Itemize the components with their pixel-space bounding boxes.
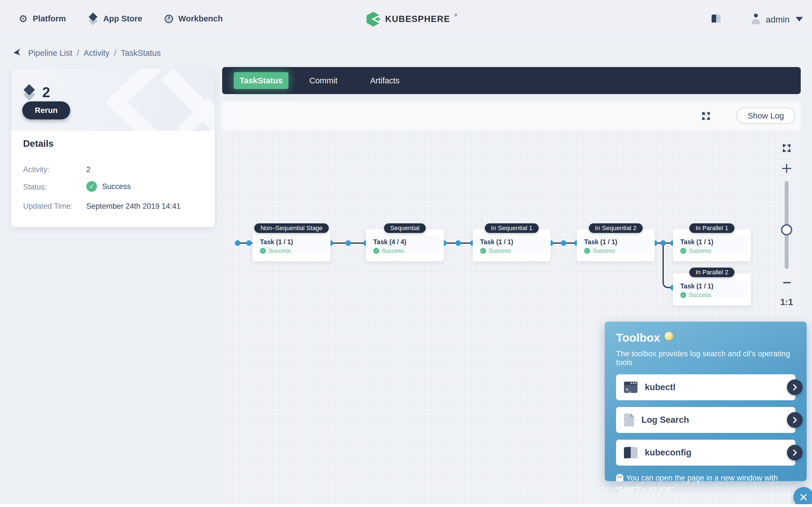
document-icon [624,413,634,427]
tool-label: kubectl [645,382,675,392]
user-avatar-icon[interactable] [751,13,761,24]
detail-row-status: Status: Success [11,182,215,194]
lightbulb-icon [665,332,673,344]
task-status-label: Success [593,247,615,254]
zoom-slider-handle[interactable] [781,224,792,235]
pipeline-stage: In Sequential 1 Task (1 / 1) Success [473,229,551,262]
stage-name-badge[interactable]: Non–Sequential Stage [254,223,329,233]
task-status-row: Success [373,247,437,254]
tab-artifacts[interactable]: Artifacts [357,67,413,94]
success-check-icon [680,292,686,298]
chevron-down-icon[interactable] [796,17,803,21]
nav-item-workbench[interactable]: Workbench [165,14,222,23]
fullscreen-icon[interactable] [702,112,710,120]
kubesphere-logo-mark [366,11,380,27]
top-nav-bar: ⚙ Platform App Store Workbench KUBESPHER… [0,0,812,38]
task-count-label: Task (1 / 1) [680,238,744,246]
zoom-ratio-label[interactable]: 1:1 [778,297,795,307]
stage-name-badge[interactable]: In Sequential 2 [589,223,643,233]
rerun-button[interactable]: Rerun [22,101,70,119]
breadcrumb: Pipeline List / Activity / TaskStatus [0,42,282,65]
ghost-icon [616,474,623,482]
zoom-in-button[interactable] [782,164,791,173]
toolbox-title: Toolbox [616,331,660,344]
app-store-icon [89,13,98,24]
detail-label: Status: [23,183,47,191]
nav-item-app-store[interactable]: App Store [89,13,142,24]
gear-icon: ⚙ [18,14,28,24]
success-check-icon [260,248,266,254]
stage-name-badge[interactable]: In Sequential 1 [485,223,539,233]
bottom-edge-strip [0,504,812,507]
toolbox-tool-kubectl[interactable]: >_ kubectl [616,374,795,400]
stage-task-card[interactable]: Task (1 / 1) Success [676,236,748,253]
pipeline-stage: In Sequential 2 Task (1 / 1) Success [577,229,655,262]
terminal-icon: >_ [624,382,638,393]
stage-task-card[interactable]: Task (1 / 1) Success [476,236,547,253]
activity-detail-card: 2 Rerun Details Activity: 2 Status: Succ… [11,68,215,227]
task-count-label: Task (1 / 1) [480,238,543,246]
toolbox-tools-list: >_ kubectl Log Search kubeconfig [616,374,795,466]
nav-label: Platform [33,14,66,23]
success-check-icon [373,248,379,254]
detail-label: Updated Time: [23,202,73,211]
graph-toolbar: Show Log [222,101,801,130]
kubesphere-logo[interactable]: KUBESPHERE ® [366,11,457,27]
stage-name-badge[interactable]: Sequential [384,223,426,233]
chevron-right-icon[interactable] [787,412,803,428]
primary-nav: ⚙ Platform App Store Workbench [18,0,223,38]
success-check-icon [86,181,97,192]
zoom-out-button[interactable] [783,282,791,283]
breadcrumb-taskstatus: TaskStatus [121,48,161,58]
chevron-right-icon[interactable] [787,445,803,460]
stage-task-card[interactable]: Task (1 / 1) Success [580,236,651,253]
task-status-label: Success [382,247,404,254]
toolbox-tool-kubeconfig[interactable]: kubeconfig [616,440,795,466]
stage-task-card[interactable]: Task (1 / 1) Success [676,280,748,298]
breadcrumb-separator: / [114,48,116,58]
task-status-label: Success [689,247,711,254]
stage-name-badge[interactable]: In Parallel 2 [689,268,734,277]
nav-label: App Store [103,14,142,23]
stage-task-card[interactable]: Task (4 / 4) Success [369,236,441,253]
pipeline-stage: Sequential Task (4 / 4) Success [366,229,444,262]
task-count-label: Task (4 / 4) [373,238,437,246]
detail-row-updated-time: Updated Time: September 24th 2019 14:41 [11,201,215,213]
nav-item-platform[interactable]: ⚙ Platform [18,14,66,24]
details-heading: Details [23,138,54,149]
nav-label: Workbench [178,14,222,23]
task-status-row: Success [680,291,744,298]
back-arrow-icon[interactable] [12,47,22,57]
breadcrumb-separator: / [77,48,79,58]
task-status-label: Success [268,247,291,254]
tab-bar: TaskStatus Commit Artifacts [222,67,801,94]
pipeline-graph-canvas[interactable]: Non–Sequential Stage Task (1 / 1) Succes… [222,130,801,507]
breadcrumb-activity[interactable]: Activity [84,48,109,58]
detail-value: September 24th 2019 14:41 [86,202,181,211]
toolbox-tool-log-search[interactable]: Log Search [616,407,795,433]
show-log-button[interactable]: Show Log [737,108,795,124]
status-value: Success [102,182,131,191]
watermark-chevrons [94,68,215,131]
tab-commit[interactable]: Commit [295,67,352,94]
tab-taskstatus[interactable]: TaskStatus [234,72,289,89]
success-check-icon [680,248,686,254]
logo-wordmark: KUBESPHERE [385,14,450,24]
success-check-icon [584,248,590,254]
user-menu-label[interactable]: admin [766,15,790,25]
detail-value: 2 [86,165,91,174]
toolbox-tip: You can open the page in a new window wi… [616,472,795,496]
chevron-right-icon[interactable] [787,379,803,395]
detail-row-activity: Activity: 2 [11,164,215,177]
stage-task-card[interactable]: Task (1 / 1) Success [256,236,327,253]
pipeline-stage: In Parallel 2 Task (1 / 1) Success [673,274,751,305]
task-count-label: Task (1 / 1) [260,238,323,246]
task-count-label: Task (1 / 1) [680,283,744,290]
stage-name-badge[interactable]: In Parallel 1 [689,223,734,233]
book-icon [624,447,638,458]
breadcrumb-pipeline-list[interactable]: Pipeline List [28,48,72,58]
task-status-row: Success [480,247,543,254]
docs-book-icon[interactable] [712,15,721,22]
toolbox-subtitle: The toolbox provides log search and cli'… [616,349,795,367]
graph-fullscreen-icon[interactable] [783,144,791,152]
